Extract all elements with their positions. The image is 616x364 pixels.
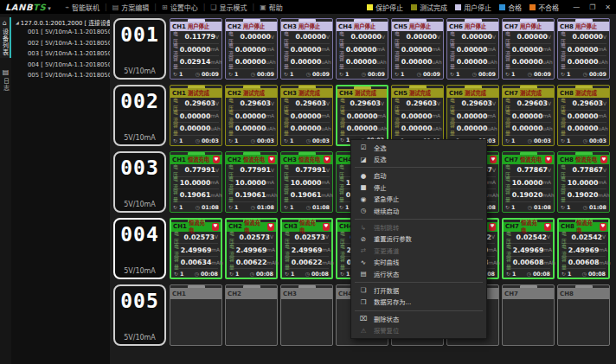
channel-header: CH2 [226, 288, 277, 299]
loop-count: 1 [179, 137, 183, 144]
capacity-unit: uAh [321, 126, 330, 131]
channel-status: 恒流充电 [188, 156, 209, 163]
channel-card-005-CH7[interactable]: CH7 [502, 284, 555, 346]
context-menu-item-14[interactable]: ⌧删除状态 [351, 313, 486, 324]
tree-item-001[interactable]: 001 [ 5V/10mA-1.1-20180501001 ] [13, 27, 110, 38]
context-menu-label: 停止 [374, 183, 387, 192]
channel-card-005-CH3[interactable]: CH3 [280, 284, 333, 346]
elapsed-time: 00:09 [423, 71, 440, 77]
channel-card-003-CH8[interactable]: CH8恒流充电♥电压0.77867V电流10.0000mA容量0.19020mA… [557, 151, 610, 213]
context-menu-item-5[interactable]: ◉紧急停止 [351, 194, 486, 205]
context-menu-item-11[interactable]: ▤运行状态 [351, 268, 486, 279]
channel-card-004-CH1[interactable]: CH1恒流充电♥电压0.02573V电流2.49969mA容量0.00634mA… [170, 218, 222, 279]
channel-card-002-CH2[interactable]: CH2测试完成电压0.29603V电流0.00000mA容量0.00000uAh… [225, 85, 278, 146]
channel-card-002-CH3[interactable]: CH3测试完成电压0.29603V电流0.00000mA容量0.00000uAh… [280, 85, 333, 146]
elapsed-timer: ◷00:03 [196, 137, 219, 144]
channel-card-002-CH6[interactable]: CH6测试完成电压0.29603V电流0.00000mA容量0.00000uAh… [446, 85, 499, 146]
channel-card-003-CH7[interactable]: CH7恒流充电♥电压0.77867V电流10.0000mA容量0.19020mA… [502, 151, 555, 213]
channel-card-005-CH8[interactable]: CH8 [557, 284, 610, 346]
channel-card-001-CH6[interactable]: CH6用户停止电压0.00000V电流0.00000mA容量0.00000uAh… [446, 18, 499, 80]
channel-card-001-CH8[interactable]: CH8用户停止电压0.00000V电流0.00000mA容量0.00000uAh… [557, 18, 610, 80]
legend-label: 测试完成 [420, 3, 447, 12]
channel-card-004-CH7[interactable]: CH7恒流充电♥电压0.02542V电流2.49969mA容量0.00608mA… [502, 218, 555, 279]
channel-values: 电压0.77991V电流10.0000mA容量0.19061mAh [281, 164, 332, 202]
current-unit: mA [321, 47, 330, 52]
context-menu-item-12[interactable]: ❏打开数据 [351, 284, 486, 296]
loop-icon: ↻ [561, 137, 565, 144]
channel-card-002-CH4[interactable]: CH4测试完成电压0.29603V电流0.00000mA容量0.00000uAh… [336, 85, 388, 146]
menu-item-3[interactable]: ⊞设置中心 [157, 3, 203, 12]
channel-card-004-CH3[interactable]: CH3恒流充电♥电压0.02573V电流2.49969mA容量0.00622mA… [280, 218, 333, 279]
channel-card-001-CH5[interactable]: CH5用户停止电压0.00000V电流0.00000mA容量0.00000uAh… [391, 18, 444, 80]
channel-card-003-CH2[interactable]: CH2恒流充电♥电压0.77991V电流10.0000mA容量0.19061mA… [225, 151, 278, 213]
current-value: 2.49969 [292, 246, 323, 254]
channel-card-001-CH2[interactable]: CH2用户停止电压0.00000V电流0.00000mA容量0.00000uAh… [225, 18, 278, 80]
channel-card-001-CH7[interactable]: CH7用户停止电压0.00000V电流0.00000mA容量0.00000uAh… [502, 18, 555, 80]
current-unit: mA [432, 47, 440, 52]
context-menu-item-1[interactable]: ☑全选 [351, 142, 486, 153]
loop-icon: ↻ [340, 137, 344, 143]
tree-item-003[interactable]: 003 [ 5V/10mA-1.1-20180501003 ] [13, 48, 110, 60]
current-value: 0.00000 [568, 46, 599, 54]
channel-card-004-CH8[interactable]: CH8恒流充电♥电压0.02542V电流2.49969mA容量0.00608mA… [557, 218, 610, 279]
loop-counter: ↻1 [561, 204, 570, 210]
menu-item-2[interactable]: ▤方案编辑 [107, 3, 155, 12]
capacity-value: 0.00000 [457, 125, 488, 132]
context-menu-item-4[interactable]: ■停止 [351, 182, 486, 193]
channel-card-005-CH1[interactable]: CH1 [170, 284, 222, 346]
channel-card-002-CH1[interactable]: CH1测试完成电压0.29603V电流0.00000mA容量0.00000uAh… [170, 85, 222, 146]
channel-card-001-CH1[interactable]: CH1用户停止电压0.11779V电流0.00000mA容量0.02914mAh… [170, 18, 222, 80]
sidebar-tab-1[interactable]: ⌂设备列表 [0, 17, 11, 58]
loop-icon: ↻ [228, 204, 233, 210]
channel-card-001-CH4[interactable]: CH4用户停止电压0.00000V电流0.00000mA容量0.00000uAh… [336, 18, 388, 80]
elapsed-time: 00:03 [257, 137, 274, 144]
channel-card-002-CH7[interactable]: CH7测试完成电压0.29603V电流0.00000mA容量0.00000uAh… [502, 85, 555, 146]
capacity-label: 容量 [228, 121, 234, 137]
channel-card-002-CH5[interactable]: CH5测试完成电压0.29603V电流0.00000mA容量0.00000uAh… [391, 85, 444, 146]
menu-label: 显示模式 [220, 3, 247, 12]
loop-count: 1 [290, 204, 293, 210]
capacity-unit: uAh [210, 126, 220, 131]
channel-card-002-CH8[interactable]: CH8测试完成电压0.29603V电流0.00000mA容量0.00000uAh… [557, 85, 610, 146]
close-button[interactable]: ✕ [605, 3, 611, 11]
context-menu-item-3[interactable]: ●启动 [351, 170, 486, 182]
sidebar-tab-2[interactable]: ▤日志 [0, 67, 11, 93]
context-menu-item-8[interactable]: ⊘重置运行参数 [351, 233, 486, 245]
capacity-label: 容量 [561, 255, 567, 271]
context-menu-icon: ❐ [356, 298, 370, 306]
channel-card-005-CH2[interactable]: CH2 [225, 284, 278, 346]
loop-counter: ↻1 [284, 137, 293, 144]
context-menu-item-2[interactable]: ◪反选 [351, 153, 486, 164]
device-display-003[interactable]: 0035V/10mA [113, 151, 166, 213]
maximize-button[interactable]: ❐ [589, 3, 595, 11]
context-menu-item-6[interactable]: ◷继续启动 [351, 205, 486, 216]
loop-count: 1 [401, 71, 404, 77]
menu-item-5[interactable]: ▣帮助 [254, 3, 288, 12]
loop-counter: ↻1 [228, 204, 238, 210]
tree-item-005[interactable]: 005 [ 5V/10mA-1.1-20180501005 ] [13, 70, 110, 81]
minimize-button[interactable]: — [573, 3, 580, 11]
device-display-005[interactable]: 0055V/10mA [113, 284, 166, 346]
tree-item-004[interactable]: 004 [ 5V/10mA-1.1-20180501004 ] [13, 60, 110, 71]
elapsed-timer: ◷00:09 [583, 71, 606, 77]
current-value: 0.00000 [235, 46, 266, 54]
tree-root[interactable]: ◢ 127.0.0.1:2001,2000 [ 连接设备5 台 ] [13, 18, 110, 27]
context-menu-label: 强制跳转 [374, 223, 399, 232]
device-display-002[interactable]: 0025V/10mA [113, 85, 166, 146]
channel-card-003-CH1[interactable]: CH1恒流充电♥电压0.77991V电流10.0000mA容量0.19061mA… [170, 151, 222, 213]
current-row: 电流2.49969mA [506, 244, 550, 257]
voltage-row: 电压0.29603V [228, 98, 274, 111]
channel-footer: ↻1◷00:08 [504, 269, 553, 278]
context-menu-item-13[interactable]: ❐数据另存为... [351, 297, 486, 308]
context-menu-item-10[interactable]: ∿实时曲线 [351, 257, 486, 268]
menu-item-1[interactable]: ⌁智能联机 [60, 3, 105, 12]
capacity-unit: uAh [432, 126, 441, 131]
tree-item-002[interactable]: 002 [ 5V/10mA-1.1-20180501002 ] [13, 38, 110, 49]
channel-card-001-CH3[interactable]: CH3用户停止电压0.00000V电流0.00000mA容量0.00000uAh… [280, 18, 333, 80]
device-display-001[interactable]: 0015V/10mA [113, 18, 166, 80]
menu-item-4[interactable]: ❏显示模式 [205, 3, 252, 12]
channel-card-003-CH3[interactable]: CH3恒流充电♥电压0.77991V电流10.0000mA容量0.19061mA… [280, 151, 333, 213]
clock-icon: ◷ [362, 71, 366, 77]
device-display-004[interactable]: 0045V/10mA [113, 218, 166, 279]
channel-card-004-CH2[interactable]: CH2恒流充电♥电压0.02573V电流2.49969mA容量0.00622mA… [225, 218, 278, 279]
